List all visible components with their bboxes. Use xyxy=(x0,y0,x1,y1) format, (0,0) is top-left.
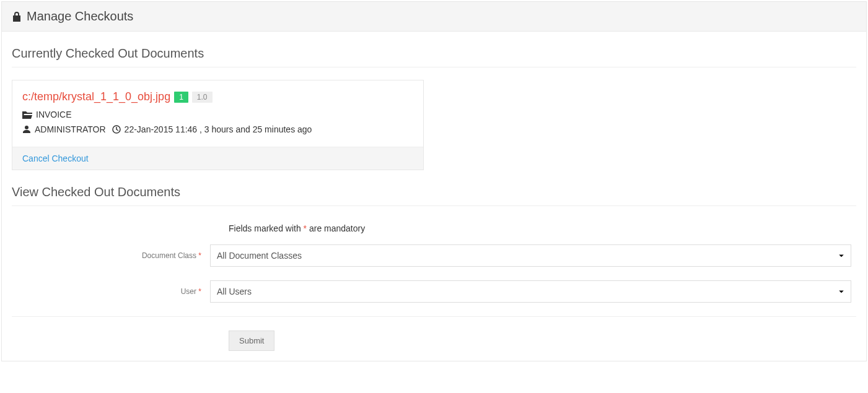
user-icon xyxy=(22,125,31,134)
checkout-card: c:/temp/krystal_1_1_0_obj.jpg 1 1.0 INVO… xyxy=(12,80,424,170)
document-timestamp: 22-Jan-2015 11:46 , 3 hours and 25 minut… xyxy=(125,124,312,134)
document-class-value: INVOICE xyxy=(36,110,72,119)
count-badge: 1 xyxy=(174,92,188,103)
filter-form: Fields marked with * are mandatory Docum… xyxy=(12,218,856,351)
document-meta-row: ADMINISTRATOR 22-Jan-2015 11:46 , 3 hour… xyxy=(22,124,413,134)
lock-icon xyxy=(12,11,22,22)
card-footer: Cancel Checkout xyxy=(12,147,423,170)
version-badge: 1.0 xyxy=(192,92,213,103)
folder-icon xyxy=(22,110,32,119)
user-label-text: User xyxy=(181,287,196,296)
document-class-label-text: Document Class xyxy=(142,251,196,260)
page-title: Manage Checkouts xyxy=(27,9,133,24)
document-user: ADMINISTRATOR xyxy=(35,124,106,134)
document-class-label: Document Class * xyxy=(12,251,210,260)
mandatory-prefix: Fields marked with xyxy=(229,223,304,233)
document-class-field-row: Document Class * All Document Classes xyxy=(12,244,856,267)
document-title-row: c:/temp/krystal_1_1_0_obj.jpg 1 1.0 xyxy=(22,90,413,103)
mandatory-hint: Fields marked with * are mandatory xyxy=(229,223,856,233)
panel-heading: Manage Checkouts xyxy=(2,2,866,32)
user-field-row: User * All Users xyxy=(12,280,856,303)
section-divider-2 xyxy=(12,205,856,206)
manage-checkouts-panel: Manage Checkouts Currently Checked Out D… xyxy=(1,1,867,361)
section-divider xyxy=(12,67,856,67)
form-divider xyxy=(12,316,856,317)
clock-icon xyxy=(112,125,121,134)
required-asterisk: * xyxy=(198,287,201,296)
required-asterisk: * xyxy=(198,251,201,260)
user-label: User * xyxy=(12,287,210,296)
document-title[interactable]: c:/temp/krystal_1_1_0_obj.jpg xyxy=(22,90,170,103)
panel-body: Currently Checked Out Documents c:/temp/… xyxy=(2,32,866,361)
mandatory-suffix: are mandatory xyxy=(307,223,365,233)
user-select[interactable]: All Users xyxy=(210,280,851,303)
submit-button[interactable]: Submit xyxy=(229,330,274,351)
document-class-select[interactable]: All Document Classes xyxy=(210,244,851,267)
card-body: c:/temp/krystal_1_1_0_obj.jpg 1 1.0 INVO… xyxy=(12,80,423,147)
section-currently-checked-out: Currently Checked Out Documents xyxy=(12,46,856,61)
document-class-row: INVOICE xyxy=(22,110,413,119)
section-view-checked-out: View Checked Out Documents xyxy=(12,185,856,199)
cancel-checkout-link[interactable]: Cancel Checkout xyxy=(22,153,89,163)
